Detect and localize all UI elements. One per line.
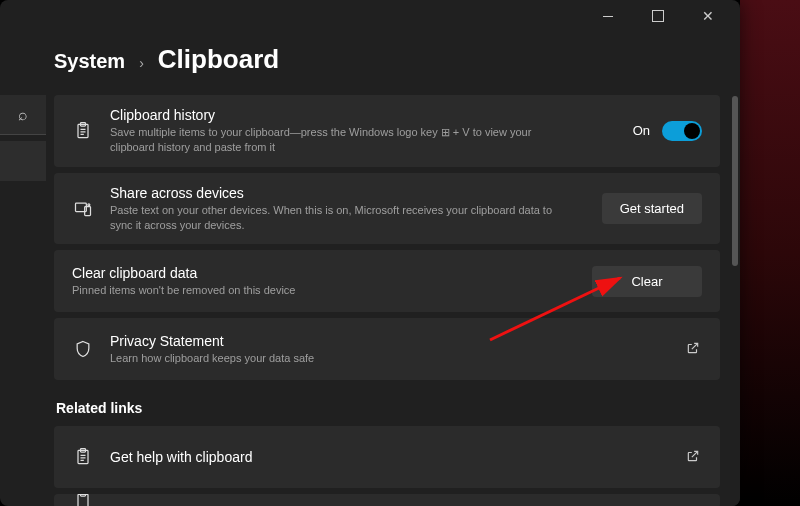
svg-point-7 [88, 203, 90, 205]
related-links-heading: Related links [56, 400, 720, 416]
setting-title: Clear clipboard data [72, 265, 576, 281]
search-button[interactable]: ⌕ [0, 95, 46, 135]
window-titlebar: ✕ [588, 0, 740, 32]
window-maximize-button[interactable] [638, 0, 678, 32]
related-link-partial[interactable] [54, 494, 720, 506]
setting-description: Paste text on your other devices. When t… [110, 203, 570, 233]
clipboard-history-toggle[interactable] [662, 121, 702, 141]
nav-selection-indicator [0, 141, 46, 181]
breadcrumb: System › Clipboard [54, 44, 720, 75]
setting-title: Share across devices [110, 185, 586, 201]
window-close-button[interactable]: ✕ [688, 0, 728, 32]
related-link-get-help[interactable]: Get help with clipboard [54, 426, 720, 488]
desktop-background [740, 0, 800, 506]
open-external-icon [684, 341, 702, 358]
devices-icon [72, 199, 94, 219]
setting-row-privacy[interactable]: Privacy Statement Learn how clipboard ke… [54, 318, 720, 380]
open-external-icon [684, 449, 702, 466]
settings-window: ✕ ⌕ System › Clipboard Clipboard history… [0, 0, 740, 506]
link-title: Get help with clipboard [110, 449, 668, 465]
get-started-button[interactable]: Get started [602, 193, 702, 224]
settings-content: System › Clipboard Clipboard history Sav… [54, 44, 720, 506]
scrollbar-track[interactable] [730, 40, 740, 506]
clipboard-icon [72, 447, 94, 467]
shield-icon [72, 339, 94, 359]
search-icon: ⌕ [18, 106, 28, 124]
breadcrumb-parent[interactable]: System [54, 50, 125, 73]
window-minimize-button[interactable] [588, 0, 628, 32]
scrollbar-thumb[interactable] [732, 96, 738, 266]
clipboard-icon [72, 494, 94, 506]
setting-row-clear-data: Clear clipboard data Pinned items won't … [54, 250, 720, 312]
clipboard-icon [72, 121, 94, 141]
setting-title: Clipboard history [110, 107, 617, 123]
setting-row-clipboard-history: Clipboard history Save multiple items to… [54, 95, 720, 167]
setting-row-share-devices: Share across devices Paste text on your … [54, 173, 720, 245]
chevron-right-icon: › [139, 55, 144, 71]
setting-description: Learn how clipboard keeps your data safe [110, 351, 570, 366]
clear-button[interactable]: Clear [592, 266, 702, 297]
page-title: Clipboard [158, 44, 279, 75]
toggle-state-label: On [633, 123, 650, 138]
setting-description: Save multiple items to your clipboard—pr… [110, 125, 570, 155]
setting-title: Privacy Statement [110, 333, 668, 349]
setting-description: Pinned items won't be removed on this de… [72, 283, 532, 298]
left-rail: ⌕ [0, 95, 46, 295]
